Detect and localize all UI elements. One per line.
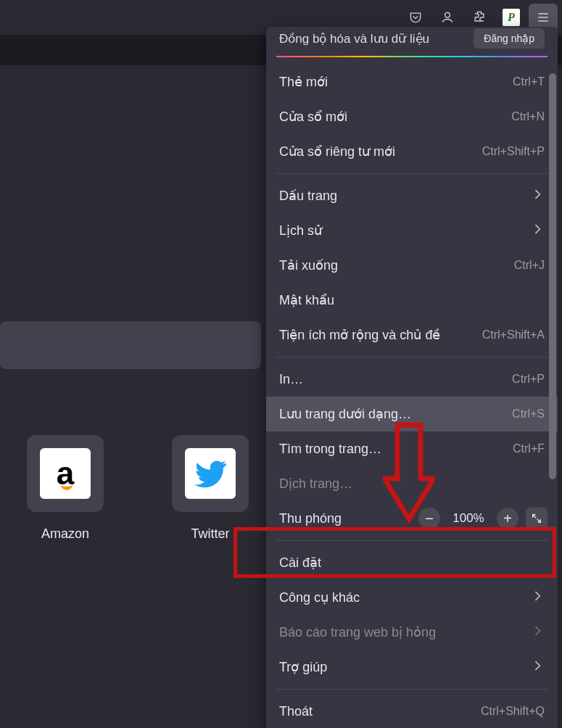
zoom-out-button[interactable]: − <box>418 508 440 529</box>
menu-item-label: Lưu trang dưới dạng… <box>279 406 411 422</box>
menu-item-label: Tải xuống <box>279 257 338 273</box>
chevron-right-icon <box>530 624 545 642</box>
menu-item-save-page-as[interactable]: Lưu trang dưới dạng… Ctrl+S <box>266 397 558 431</box>
shortcut: Ctrl+N <box>511 110 545 123</box>
scrollbar-thumb[interactable] <box>549 73 556 479</box>
shortcut: Ctrl+P <box>512 373 545 386</box>
twitter-icon <box>185 448 236 499</box>
amazon-icon: a <box>57 455 74 492</box>
menu-item-bookmarks[interactable]: Dấu trang <box>266 178 558 213</box>
menu-item-new-tab[interactable]: Thẻ mới Ctrl+T <box>266 65 558 99</box>
chevron-right-icon <box>530 658 545 677</box>
menu-item-label: Dịch trang… <box>279 476 352 492</box>
tile-label: Amazon <box>22 526 109 542</box>
search-bar-placeholder[interactable] <box>0 321 261 369</box>
menu-item-label: Tìm trong trang… <box>279 442 381 457</box>
tile-amazon[interactable]: a Amazon <box>22 435 109 542</box>
menu-item-label: Công cụ khác <box>279 590 360 605</box>
shortcut: Ctrl+Shift+Q <box>481 705 545 718</box>
menu-item-label: Trợ giúp <box>279 659 327 675</box>
menu-item-label: In… <box>279 372 303 387</box>
tile-label: Twitter <box>167 526 254 542</box>
menu-item-report-broken-site: Báo cáo trang web bị hỏng <box>266 615 558 650</box>
shortcut: Ctrl+F <box>513 442 545 455</box>
tile-twitter[interactable]: Twitter <box>167 435 254 542</box>
menu-item-find-in-page[interactable]: Tìm trong trang… Ctrl+F <box>266 431 558 466</box>
chevron-right-icon <box>530 222 545 240</box>
menu-item-more-tools[interactable]: Công cụ khác <box>266 580 558 615</box>
menu-sync-row[interactable]: Đồng bộ hóa và lưu dữ liệu Đăng nhập <box>266 27 558 56</box>
menu-item-label: Thẻ mới <box>279 74 328 90</box>
menu-item-new-window[interactable]: Cửa sổ mới Ctrl+N <box>266 99 558 134</box>
menu-separator <box>276 689 547 690</box>
menu-item-label: Thoát <box>279 704 313 719</box>
chevron-right-icon <box>530 589 545 607</box>
menu-item-label: Lịch sử <box>279 223 322 239</box>
shortcut: Ctrl+J <box>514 259 545 272</box>
menu-separator <box>276 173 547 174</box>
menu-item-extensions-themes[interactable]: Tiện ích mở rộng và chủ đề Ctrl+Shift+A <box>266 318 558 352</box>
menu-item-quit[interactable]: Thoát Ctrl+Shift+Q <box>266 694 558 728</box>
menu-item-label: Cài đặt <box>279 555 321 571</box>
menu-item-settings[interactable]: Cài đặt <box>266 545 558 580</box>
menu-item-label: Cửa sổ riêng tư mới <box>279 144 395 160</box>
menu-item-label: Mật khẩu <box>279 292 334 308</box>
sync-signin-button[interactable]: Đăng nhập <box>474 28 545 49</box>
svg-point-0 <box>445 12 450 17</box>
top-sites: a Amazon Twitter <box>22 435 254 542</box>
menu-zoom-row: Thu phóng − 100% + <box>266 501 558 536</box>
menu-item-help[interactable]: Trợ giúp <box>266 650 558 684</box>
shortcut: Ctrl+T <box>513 75 545 88</box>
menu-item-translate-page: Dịch trang… <box>266 466 558 501</box>
sync-label: Đồng bộ hóa và lưu dữ liệu <box>279 31 429 46</box>
menu-item-label: Tiện ích mở rộng và chủ đề <box>279 327 440 343</box>
menu-scrollbar[interactable] <box>549 73 556 722</box>
menu-item-history[interactable]: Lịch sử <box>266 213 558 248</box>
zoom-in-button[interactable]: + <box>497 508 518 529</box>
menu-item-passwords[interactable]: Mật khẩu <box>266 283 558 318</box>
menu-item-label: Dấu trang <box>279 188 337 204</box>
menu-item-new-private-window[interactable]: Cửa sổ riêng tư mới Ctrl+Shift+P <box>266 134 558 169</box>
app-menu: Đồng bộ hóa và lưu dữ liệu Đăng nhập Thẻ… <box>266 27 558 728</box>
fullscreen-button[interactable] <box>526 508 547 529</box>
menu-item-label: Báo cáo trang web bị hỏng <box>279 624 436 640</box>
zoom-value: 100% <box>447 511 489 526</box>
menu-item-label: Cửa sổ mới <box>279 109 347 125</box>
shortcut: Ctrl+Shift+A <box>482 328 545 342</box>
menu-item-downloads[interactable]: Tải xuống Ctrl+J <box>266 248 558 283</box>
menu-separator <box>276 357 547 357</box>
shortcut: Ctrl+S <box>512 408 545 421</box>
menu-separator <box>276 540 547 541</box>
menu-item-print[interactable]: In… Ctrl+P <box>266 362 558 397</box>
zoom-label: Thu phóng <box>279 511 411 526</box>
shortcut: Ctrl+Shift+P <box>482 145 545 158</box>
extension-badge-letter: P <box>503 9 520 26</box>
chevron-right-icon <box>530 187 545 205</box>
